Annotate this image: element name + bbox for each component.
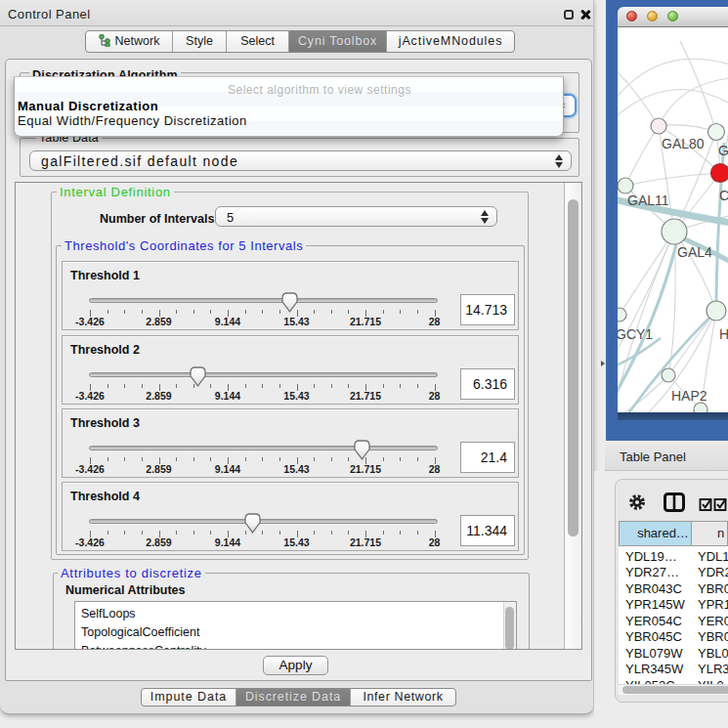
svg-text:C: C [719,188,728,203]
svg-text:GAL80: GAL80 [662,136,705,151]
svg-text:GAL4: GAL4 [677,244,712,260]
svg-text:GCY1: GCY1 [618,326,653,342]
svg-text:GA: GA [718,143,728,158]
svg-text:GAL11: GAL11 [627,193,669,208]
svg-text:H: H [719,326,728,342]
svg-text:HAP2: HAP2 [671,388,707,404]
